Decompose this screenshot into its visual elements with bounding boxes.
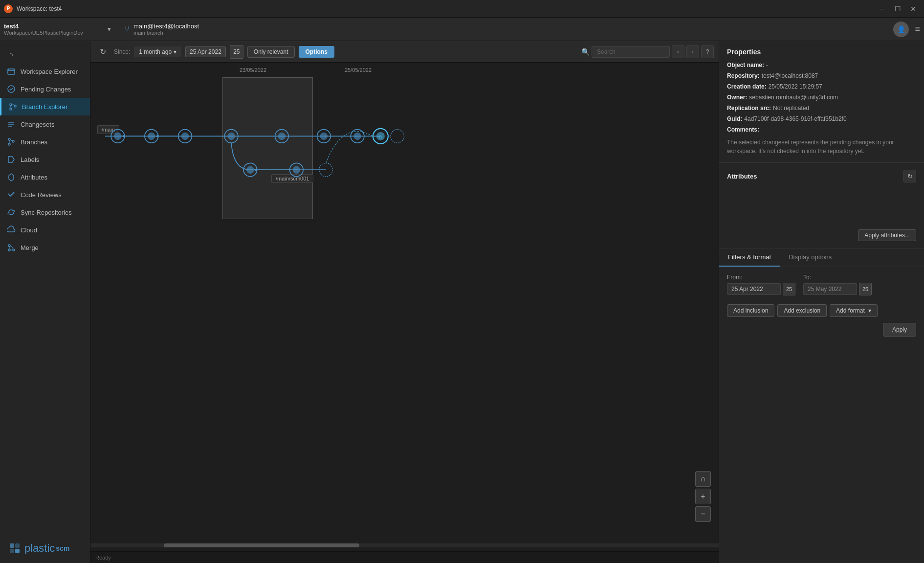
sync-repositories-icon bbox=[7, 208, 16, 217]
sidebar-item-workspace-explorer[interactable]: Workspace Explorer bbox=[0, 63, 90, 80]
svg-point-4 bbox=[14, 105, 16, 107]
sidebar-item-sync-repositories[interactable]: Sync Repositories bbox=[0, 203, 90, 221]
plastic-scm-logo: plastic scm bbox=[0, 534, 90, 563]
toolbar: ↻ Since: 1 month ago ▾ 25 Apr 2022 25 On… bbox=[90, 41, 719, 63]
zoom-out-button[interactable]: − bbox=[695, 506, 711, 522]
svg-rect-0 bbox=[8, 69, 15, 74]
svg-rect-15 bbox=[10, 543, 14, 548]
graph-area: 23/05/2022 25/05/2022 /main /main/scm001 bbox=[90, 63, 719, 551]
only-relevant-button[interactable]: Only relevant bbox=[247, 46, 295, 58]
merge-icon bbox=[7, 243, 16, 252]
branch-explorer-icon bbox=[8, 102, 17, 111]
svg-rect-18 bbox=[15, 549, 20, 553]
cloud-icon bbox=[7, 225, 16, 234]
prop-owner-val: sebastien.rombauts@unity3d.com bbox=[749, 93, 838, 102]
prop-creation-date: Creation date: 25/05/2022 15:29:57 bbox=[727, 82, 916, 91]
add-exclusion-button[interactable]: Add exclusion bbox=[777, 304, 827, 317]
sidebar-item-branches[interactable]: Branches bbox=[0, 133, 90, 151]
changesets-icon bbox=[7, 120, 16, 129]
user-avatar[interactable]: 👤 bbox=[893, 22, 909, 37]
labels-icon bbox=[7, 155, 16, 164]
attributes-header: Attributes ↻ bbox=[727, 170, 916, 182]
status-text: Ready bbox=[95, 555, 111, 561]
workspace-info: test4 Workspace\UE5PlasticPluginDev bbox=[4, 23, 102, 36]
add-format-button[interactable]: Add format ▾ bbox=[830, 304, 878, 317]
sidebar-item-pending-changes[interactable]: Pending Changes bbox=[0, 80, 90, 98]
sidebar-item-home[interactable]: ⌂ bbox=[0, 45, 90, 63]
next-result-button[interactable]: › bbox=[686, 45, 699, 58]
code-reviews-icon bbox=[7, 190, 16, 199]
svg-point-28 bbox=[227, 133, 235, 140]
prop-comments-header: Comments: bbox=[727, 125, 916, 134]
home-icon: ⌂ bbox=[7, 49, 16, 58]
svg-point-34 bbox=[353, 133, 361, 140]
add-inclusion-button[interactable]: Add inclusion bbox=[727, 304, 774, 317]
svg-point-24 bbox=[148, 133, 155, 140]
zoom-in-button[interactable]: + bbox=[695, 489, 711, 504]
prop-guid: Guid: 4ad7100f-da98-4365-916f-effaf351b2… bbox=[727, 114, 916, 123]
sidebar-label-labels: Labels bbox=[21, 156, 39, 163]
branch-name: main@test4@localhost bbox=[133, 23, 199, 30]
sidebar-label-pending-changes: Pending Changes bbox=[21, 86, 71, 93]
sidebar-item-code-reviews[interactable]: Code Reviews bbox=[0, 186, 90, 203]
app-icon: P bbox=[4, 4, 13, 13]
logo-text-plastic: plastic bbox=[24, 542, 55, 555]
apply-attributes-button[interactable]: Apply attributes... bbox=[858, 229, 916, 241]
sidebar-item-cloud[interactable]: Cloud bbox=[0, 221, 90, 239]
tab-display-options[interactable]: Display options bbox=[780, 248, 840, 267]
graph-date-headers: 23/05/2022 25/05/2022 bbox=[90, 63, 719, 77]
sidebar-item-labels[interactable]: Labels bbox=[0, 151, 90, 168]
prop-repository: Repository: test4@localhost:8087 bbox=[727, 71, 916, 80]
pending-changes-icon bbox=[7, 85, 16, 93]
properties-title: Properties bbox=[727, 48, 916, 56]
filters-tabs: Filters & format Display options bbox=[719, 248, 924, 267]
workspace-dropdown-button[interactable]: ▾ bbox=[106, 23, 113, 35]
sidebar-item-changesets[interactable]: Changesets bbox=[0, 115, 90, 133]
filters-section: Filters & format Display options From: 2… bbox=[719, 248, 924, 563]
window-title: Workspace: test4 bbox=[17, 5, 62, 12]
refresh-button[interactable]: ↻ bbox=[95, 45, 110, 59]
prop-comments-key: Comments: bbox=[727, 125, 759, 134]
sidebar-item-branch-explorer[interactable]: Branch Explorer bbox=[0, 98, 90, 115]
svg-point-9 bbox=[8, 143, 10, 145]
search-input[interactable] bbox=[592, 46, 670, 58]
apply-button[interactable]: Apply bbox=[883, 323, 916, 337]
app-layout: ⌂ Workspace Explorer Pending Changes Bra… bbox=[0, 41, 924, 563]
svg-point-26 bbox=[181, 133, 189, 140]
date-num-badge: 25 bbox=[230, 45, 243, 59]
header-bar: test4 Workspace\UE5PlasticPluginDev ▾ ⑂ … bbox=[0, 18, 924, 41]
prev-result-button[interactable]: ‹ bbox=[672, 45, 684, 58]
prop-replication: Replication src: Not replicated bbox=[727, 104, 916, 113]
date-dropdown-button[interactable]: 1 month ago ▾ bbox=[134, 46, 181, 57]
tab-filters-format[interactable]: Filters & format bbox=[719, 248, 780, 267]
svg-point-3 bbox=[10, 108, 12, 110]
header-menu-button[interactable]: ≡ bbox=[915, 24, 920, 34]
svg-point-8 bbox=[8, 138, 10, 140]
attributes-icon bbox=[7, 173, 16, 181]
prop-guid-val: 4ad7100f-da98-4365-916f-effaf351b2f0 bbox=[744, 114, 846, 123]
sidebar: ⌂ Workspace Explorer Pending Changes Bra… bbox=[0, 41, 90, 563]
workspace-explorer-icon bbox=[7, 67, 16, 76]
sidebar-item-attributes[interactable]: Attributes bbox=[0, 168, 90, 186]
from-date-field[interactable]: 25 Apr 2022 bbox=[727, 283, 781, 295]
sidebar-label-sync-repositories: Sync Repositories bbox=[21, 209, 72, 216]
minimize-button[interactable]: ─ bbox=[875, 2, 889, 16]
svg-point-30 bbox=[278, 133, 286, 140]
right-panel: Properties Object name: - Repository: te… bbox=[719, 41, 924, 563]
add-format-label: Add format bbox=[836, 307, 865, 314]
prop-replication-val: Not replicated bbox=[773, 104, 809, 113]
horizontal-scrollbar-thumb[interactable] bbox=[164, 543, 359, 547]
sidebar-label-merge: Merge bbox=[21, 244, 39, 251]
horizontal-scrollbar[interactable] bbox=[90, 543, 719, 547]
prop-guid-key: Guid: bbox=[727, 114, 742, 123]
sidebar-item-merge[interactable]: Merge bbox=[0, 239, 90, 256]
attributes-refresh-button[interactable]: ↻ bbox=[903, 170, 916, 182]
maximize-button[interactable]: ☐ bbox=[891, 2, 904, 16]
status-bar: Ready bbox=[90, 551, 719, 563]
options-button[interactable]: Options bbox=[299, 46, 334, 58]
close-button[interactable]: ✕ bbox=[906, 2, 920, 16]
help-button[interactable]: ? bbox=[701, 45, 714, 58]
sidebar-label-changesets: Changesets bbox=[21, 121, 54, 128]
to-date-field[interactable]: 25 May 2022 bbox=[803, 283, 857, 295]
home-zoom-button[interactable]: ⌂ bbox=[695, 471, 711, 487]
